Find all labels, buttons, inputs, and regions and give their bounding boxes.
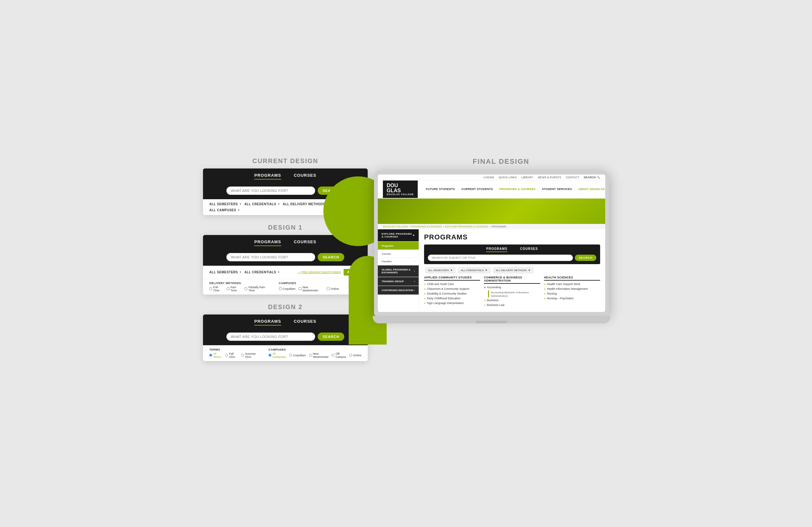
delivery-partial[interactable]: Partially Part-Time — [245, 286, 269, 292]
chevron-down-icon: ▼ — [277, 271, 280, 274]
design2-search-input[interactable] — [231, 335, 311, 339]
current-filter-campuses[interactable]: ALL CAMPUSES ▼ — [209, 208, 240, 212]
design1-filter-semesters[interactable]: ALL SEMESTERS ▼ — [209, 270, 242, 274]
prog-item-nursing[interactable]: + Nursing — [544, 292, 600, 295]
sidebar-continuing-ed[interactable]: CONTINUING EDUCATION › — [378, 286, 419, 294]
design1-search-btn[interactable]: SEARCH — [318, 253, 344, 261]
programs-tabs: PROGRAMS COURSES — [428, 247, 596, 252]
terms-radio-group: All Terms Fall 2021 Summer 2021 — [209, 352, 259, 358]
sidebar-programs-active[interactable]: Programs — [378, 241, 419, 250]
chevron-down-icon: ▼ — [528, 269, 531, 272]
design2-search-row: SEARCH — [203, 330, 368, 345]
chevron-right-icon: › — [414, 260, 415, 263]
breadcrumb-explore[interactable]: EXPLORE PROGRAMS & COURSES — [445, 225, 488, 228]
nav-programs-courses[interactable]: PROGRAMS & COURSES — [496, 180, 539, 198]
topbar-quicklinks[interactable]: QUICK LINKS — [499, 176, 517, 179]
design1-campuses-col: CAMPUSES Coquitlam New Westminster Onlin… — [279, 281, 339, 292]
final-design-label: FINAL DESIGN — [393, 157, 609, 166]
campus-coquitlam2[interactable]: Coquitlam — [289, 354, 306, 357]
tab-programs-d2[interactable]: PROGRAMS — [254, 319, 281, 325]
prog-item[interactable]: + Child and Youth Care — [424, 282, 480, 286]
dc-hero — [378, 199, 605, 224]
prog-item-nursing-psych[interactable]: + Nursing – Psychiatric — [544, 297, 600, 300]
campus-newwest[interactable]: New Westminster — [299, 286, 324, 292]
design1-filter-credentials[interactable]: ALL CREDENTIALS ▼ — [245, 270, 280, 274]
topbar-news[interactable]: NEWS & EVENTS — [538, 176, 561, 179]
chevron-down-icon: ▼ — [277, 203, 280, 206]
sidebar-courses-link[interactable]: Courses — [378, 250, 419, 258]
prog-item-health-care[interactable]: + Health Care Support Work — [544, 282, 600, 286]
prog-item[interactable]: + Early Childhood Education — [424, 297, 480, 300]
prog-item[interactable]: + Classroom & Community Support — [424, 287, 480, 291]
term-summer[interactable]: Summer 2021 — [241, 352, 259, 358]
campus-offcampus[interactable]: Off-Campus — [332, 352, 346, 358]
prog-item-business-law[interactable]: + Business Law — [484, 303, 540, 307]
delivery-fulltime[interactable]: Full-Time — [209, 286, 223, 292]
design2-search-btn[interactable]: SEARCH — [318, 333, 344, 341]
current-filter-credentials[interactable]: ALL CREDENTIALS ▼ — [245, 202, 280, 206]
left-panel: CURRENT DESIGN PROGRAMS COURSES SEARCH A… — [203, 157, 368, 370]
nav-student-services[interactable]: STUDENT SERVICES — [539, 180, 575, 198]
campuses-radio-group2: All Campuses Coquitlam New Westminster O… — [269, 352, 361, 358]
prog-tab-courses[interactable]: COURSES — [520, 247, 538, 252]
prog-col-applied: APPLIED COMMUNITY STUDIES + Child and Yo… — [424, 276, 480, 308]
chevron-right-icon: › — [414, 270, 415, 273]
term-fall[interactable]: Fall 2021 — [225, 352, 238, 358]
dc-logo[interactable]: DOUGLAS DOUGLAS COLLEGE — [383, 180, 418, 198]
prog-search-input[interactable] — [432, 256, 569, 259]
campus-online[interactable]: Online — [327, 287, 339, 290]
dc-sidebar: EXPLORE PROGRAMS & COURSES ▼ Programs Co… — [378, 229, 419, 312]
laptop-screen: LOGINS QUICK LINKS LIBRARY NEWS & EVENTS… — [374, 171, 609, 316]
sidebar-faculties-link[interactable]: Faculties › — [378, 258, 419, 265]
dc-nav-items: FUTURE STUDENTS CURRENT STUDENTS PROGRAM… — [423, 180, 605, 198]
sidebar-training-group[interactable]: TRAINING GROUP › — [378, 277, 419, 286]
breadcrumb-home[interactable]: DOUGLAS COLLEGE — [383, 225, 408, 228]
prog-filter-delivery[interactable]: ALL DELIVERY METHODS ▼ — [493, 267, 534, 273]
sidebar-global-programs[interactable]: GLOBAL PROGRAMS & EXCHANGES › — [378, 265, 419, 277]
tab-programs-current[interactable]: PROGRAMS — [254, 173, 281, 179]
current-filter-semesters[interactable]: ALL SEMESTERS ▼ — [209, 202, 242, 206]
prog-search-btn[interactable]: SEARCH — [575, 255, 596, 261]
prog-item-business[interactable]: + Business — [484, 299, 540, 302]
plus-icon: + — [544, 288, 546, 291]
tab-courses-current[interactable]: COURSES — [294, 173, 316, 179]
design1-search-input[interactable] — [231, 255, 311, 259]
delivery-parttime[interactable]: Part-Time — [227, 286, 242, 292]
current-search-input[interactable] — [231, 189, 311, 193]
campus-coquitlam[interactable]: Coquitlam — [279, 287, 296, 290]
chevron-down-icon: ▼ — [237, 209, 240, 211]
campus-newwest2[interactable]: New Westminster — [309, 352, 329, 358]
nav-future-students[interactable]: FUTURE STUDENTS — [423, 180, 458, 198]
topbar-library[interactable]: LIBRARY — [521, 176, 533, 179]
topbar-search[interactable]: SEARCH 🔍 — [584, 176, 600, 179]
prog-filter-credentials[interactable]: ALL CREDENTIALS ▼ — [458, 267, 490, 273]
prog-col-applied-title: APPLIED COMMUNITY STUDIES — [424, 276, 480, 281]
term-all[interactable]: All Terms — [209, 352, 222, 358]
prog-item-health-info[interactable]: + Health Information Management — [544, 287, 600, 291]
dc-topbar: LOGINS QUICK LINKS LIBRARY NEWS & EVENTS… — [378, 175, 605, 180]
topbar-logins[interactable]: LOGINS — [483, 176, 494, 179]
sidebar-explore-section[interactable]: EXPLORE PROGRAMS & COURSES ▼ — [378, 229, 419, 241]
prog-tab-programs[interactable]: PROGRAMS — [486, 247, 507, 252]
breadcrumb-sep2: › — [443, 225, 444, 228]
delivery-radio-group: Full-Time Part-Time Partially Part-Time — [209, 286, 270, 292]
nav-about-douglas[interactable]: ABOUT DOUGLAS — [575, 180, 605, 198]
tab-programs-d1[interactable]: PROGRAMS — [254, 239, 281, 246]
topbar-contact[interactable]: CONTACT — [566, 176, 579, 179]
prog-item[interactable]: + Sign Language Interpretation — [424, 302, 480, 305]
nav-current-students[interactable]: CURRENT STUDENTS — [458, 180, 496, 198]
prog-item[interactable]: + Disability & Community Studies — [424, 292, 480, 295]
campus-online2[interactable]: Online — [349, 354, 361, 357]
prog-filter-semesters[interactable]: ALL SEMESTERS ▼ — [425, 267, 455, 273]
campus-all[interactable]: All Campuses — [269, 352, 286, 358]
chevron-down-icon: ▼ — [239, 271, 242, 274]
prog-item-accounting[interactable]: × Accounting — [484, 286, 540, 289]
breadcrumb-programs-courses[interactable]: PROGRAMS & COURSES — [411, 225, 442, 228]
current-filter-delivery[interactable]: ALL DELIVERY METHODS ▼ — [283, 202, 329, 206]
hide-advanced-toggle[interactable]: — Hide Advanced Search Options — [298, 270, 341, 274]
remove-icon: × — [484, 286, 485, 289]
campuses-radio-group: Coquitlam New Westminster Online — [279, 286, 339, 292]
tab-courses-d1[interactable]: COURSES — [294, 239, 316, 246]
tab-courses-d2[interactable]: COURSES — [294, 319, 316, 325]
prog-search-row: SEARCH — [428, 255, 596, 261]
